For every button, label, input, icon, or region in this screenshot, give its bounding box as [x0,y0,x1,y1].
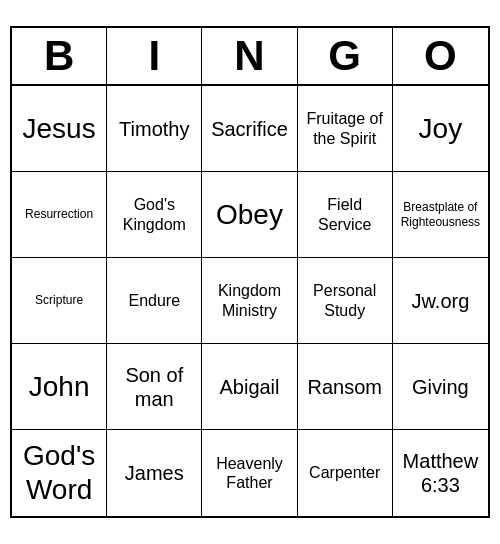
bingo-grid: JesusTimothySacrificeFruitage of the Spi… [12,86,488,516]
bingo-cell-15[interactable]: John [12,344,107,430]
bingo-cell-12[interactable]: Kingdom Ministry [202,258,297,344]
bingo-header: B I N G O [12,28,488,86]
header-o: O [393,28,488,84]
bingo-cell-11[interactable]: Endure [107,258,202,344]
bingo-cell-10[interactable]: Scripture [12,258,107,344]
header-g: G [298,28,393,84]
bingo-cell-7[interactable]: Obey [202,172,297,258]
bingo-cell-2[interactable]: Sacrifice [202,86,297,172]
bingo-cell-23[interactable]: Carpenter [298,430,393,516]
bingo-cell-24[interactable]: Matthew 6:33 [393,430,488,516]
bingo-card: B I N G O JesusTimothySacrificeFruitage … [10,26,490,518]
header-n: N [202,28,297,84]
header-b: B [12,28,107,84]
bingo-cell-18[interactable]: Ransom [298,344,393,430]
bingo-cell-14[interactable]: Jw.org [393,258,488,344]
bingo-cell-6[interactable]: God's Kingdom [107,172,202,258]
bingo-cell-0[interactable]: Jesus [12,86,107,172]
bingo-cell-3[interactable]: Fruitage of the Spirit [298,86,393,172]
bingo-cell-4[interactable]: Joy [393,86,488,172]
bingo-cell-17[interactable]: Abigail [202,344,297,430]
bingo-cell-5[interactable]: Resurrection [12,172,107,258]
bingo-cell-19[interactable]: Giving [393,344,488,430]
bingo-cell-16[interactable]: Son of man [107,344,202,430]
header-i: I [107,28,202,84]
bingo-cell-8[interactable]: Field Service [298,172,393,258]
bingo-cell-22[interactable]: Heavenly Father [202,430,297,516]
bingo-cell-21[interactable]: James [107,430,202,516]
bingo-cell-13[interactable]: Personal Study [298,258,393,344]
bingo-cell-9[interactable]: Breastplate of Righteousness [393,172,488,258]
bingo-cell-20[interactable]: God's Word [12,430,107,516]
bingo-cell-1[interactable]: Timothy [107,86,202,172]
